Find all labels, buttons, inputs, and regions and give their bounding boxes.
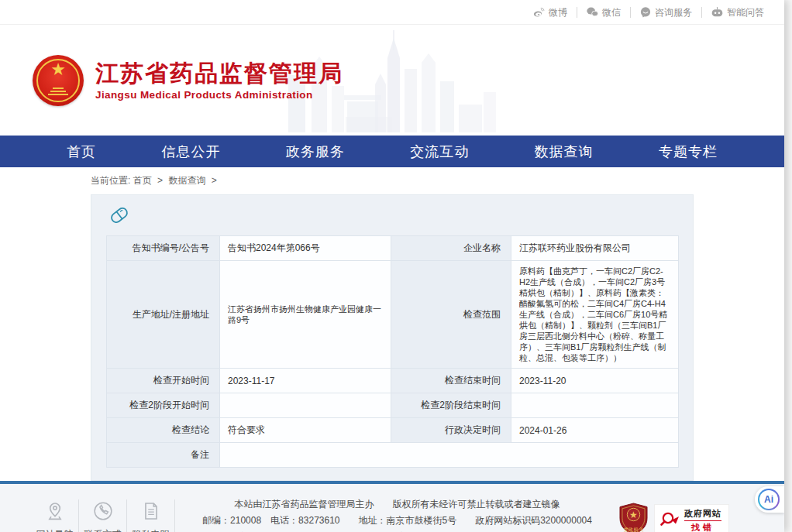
table-row: 检查开始时间 2023-11-17 检查结束时间 2023-11-20 [107,369,679,393]
table-row: 告知书编号/公告号 告知书2024年第066号 企业名称 江苏联环药业股份有限公… [107,236,679,261]
field-label-remarks: 备注 [107,443,220,468]
footer-link-label: 网站导航 [36,529,74,532]
table-row: 备注 [107,443,679,468]
nav-item-services[interactable]: 政务服务 [286,142,345,161]
topbar-link-qa[interactable]: 智能问答 [702,7,773,18]
field-label-company-name: 企业名称 [391,236,511,261]
breadcrumb: 当前位置: 首页 > 数据查询 > [91,174,784,187]
shield-badge-label: 党政机关 [624,527,644,532]
field-value-address: 江苏省扬州市扬州生物健康产业园健康一路9号 [220,261,391,369]
field-label-phase2-end: 检查2阶段结束时间 [391,393,511,418]
site-subtitle: Jiangsu Medical Products Administration [95,89,343,101]
nav-item-topics[interactable]: 专题专栏 [659,142,718,161]
site-header: ★ 江苏省药品监督管理局 Jiangsu Medical Products Ad… [0,25,784,136]
national-emblem-logo: ★ [33,55,84,106]
nav-item-interaction[interactable]: 交流互动 [410,142,469,161]
footer-link-label: 联系方式 [84,529,122,532]
nav-item-info[interactable]: 信息公开 [161,142,220,161]
field-value-conclusion: 符合要求 [220,418,391,443]
field-label-decision-date: 行政决定时间 [391,418,511,443]
field-value-phase2-start [220,393,391,418]
field-label-end-date: 检查结束时间 [391,369,511,393]
topbar-link-label: 智能问答 [727,7,764,18]
capsule-icon [108,204,678,230]
phone-icon [82,501,123,523]
nav-item-home[interactable]: 首页 [67,142,96,161]
ai-button-label: Ai [759,490,778,509]
inspection-detail-card: 告知书编号/公告号 告知书2024年第066号 企业名称 江苏联环药业股份有限公… [91,194,694,481]
brand[interactable]: ★ 江苏省药品监督管理局 Jiangsu Medical Products Ad… [33,55,343,106]
main-content: 当前位置: 首页 > 数据查询 > 告知书编号/公告号 告知书2024年第066… [0,167,784,481]
gov-agency-shield-badge[interactable]: ★ 党政机关 [619,503,648,532]
site-title: 江苏省药品监督管理局 [95,60,343,87]
topbar-link-weibo[interactable]: 微博 [524,7,577,18]
field-value-notice-number: 告知书2024年第066号 [220,236,391,261]
error-badge-bottom-label: 找错 [684,520,721,532]
footer-info: 本站由江苏省药品监督管理局主办 版权所有未经许可禁止转载或者建立镜像 邮编：21… [175,496,619,532]
footer-badges: ★ 党政机关 政府网站 找错 [619,503,728,532]
field-label-start-date: 检查开始时间 [107,369,220,393]
magnifier-icon [659,510,680,532]
footer-link-sitemap[interactable]: 网站导航 [31,499,79,532]
main-nav: 首页 信息公开 政务服务 交流互动 数据查询 专题专栏 [0,136,784,167]
table-row: 生产地址/注册地址 江苏省扬州市扬州生物健康产业园健康一路9号 检查范围 原料药… [107,261,679,369]
brand-text: 江苏省药品监督管理局 Jiangsu Medical Products Admi… [95,60,343,101]
footer-link-label: 隐私申明 [133,529,170,532]
field-value-phase2-end [511,393,679,418]
footer-link-privacy[interactable]: 隐私申明 [127,499,175,532]
breadcrumb-data-query-link[interactable]: 数据查询 [168,175,205,186]
wechat-icon [587,7,598,17]
inspection-detail-table: 告知书编号/公告号 告知书2024年第066号 企业名称 江苏联环药业股份有限公… [106,235,679,468]
topbar-link-label: 咨询服务 [655,7,692,18]
field-label-phase2-start: 检查2阶段开始时间 [107,393,220,418]
footer-line-icp: 备案号：苏ICP备09039606号 苏公网安备：32010602010488 … [175,529,619,532]
footer-nav: 网站导航 联系方式 隐私申明 [31,499,175,532]
ai-assistant-button[interactable]: Ai [755,486,784,513]
topbar-link-label: 微博 [549,7,567,18]
field-value-remarks [220,443,679,468]
table-row: 检查结论 符合要求 行政决定时间 2024-01-26 [107,418,679,443]
topbar: 微博 微信 咨询服务 智能问答 [0,0,784,25]
field-value-company-name: 江苏联环药业股份有限公司 [511,236,679,261]
topbar-link-label: 微信 [602,7,621,18]
footer-link-contact[interactable]: 联系方式 [79,499,127,532]
topbar-link-consult[interactable]: 咨询服务 [631,7,702,18]
location-pin-icon [34,501,75,523]
page: 微博 微信 咨询服务 智能问答 [0,0,784,532]
svg-text:★: ★ [629,510,638,520]
breadcrumb-separator: > [212,175,217,186]
weibo-icon [533,7,545,17]
robot-icon [711,7,723,17]
field-label-conclusion: 检查结论 [107,418,220,443]
field-label-inspection-scope: 检查范围 [391,261,511,369]
chat-bubble-icon [640,7,651,18]
field-value-start-date: 2023-11-17 [220,369,391,393]
field-value-inspection-scope: 原料药【曲克芦丁，一车间C2厂房C2-H2生产线（合成），一车间C2厂房3号精烘… [511,261,679,369]
footer-line-contact: 邮编：210008 电话：83273610 地址：南京市鼓楼街5号 政府网站标识… [175,513,619,529]
breadcrumb-prefix: 当前位置: [91,175,130,186]
footer-line-host: 本站由江苏省药品监督管理局主办 版权所有未经许可禁止转载或者建立镜像 [175,496,619,513]
nav-item-data-query[interactable]: 数据查询 [535,142,594,161]
document-icon [130,501,171,523]
gov-site-error-report-badge[interactable]: 政府网站 找错 [655,505,728,532]
field-value-decision-date: 2024-01-26 [511,418,679,443]
field-label-notice-number: 告知书编号/公告号 [107,236,220,261]
error-badge-top-label: 政府网站 [684,508,721,520]
topbar-link-wechat[interactable]: 微信 [577,7,631,18]
breadcrumb-home-link[interactable]: 首页 [133,175,152,186]
error-report-badge-text: 政府网站 找错 [684,508,721,532]
table-row: 检查2阶段开始时间 检查2阶段结束时间 [107,393,679,418]
breadcrumb-separator: > [157,175,163,186]
field-value-end-date: 2023-11-20 [511,369,679,393]
ai-icon: Ai [758,489,780,510]
field-label-address: 生产地址/注册地址 [107,261,220,369]
footer: 网站导航 联系方式 隐私申明 本站由江苏省药品监督管理局主办 版权所有未经许可禁… [0,481,784,532]
